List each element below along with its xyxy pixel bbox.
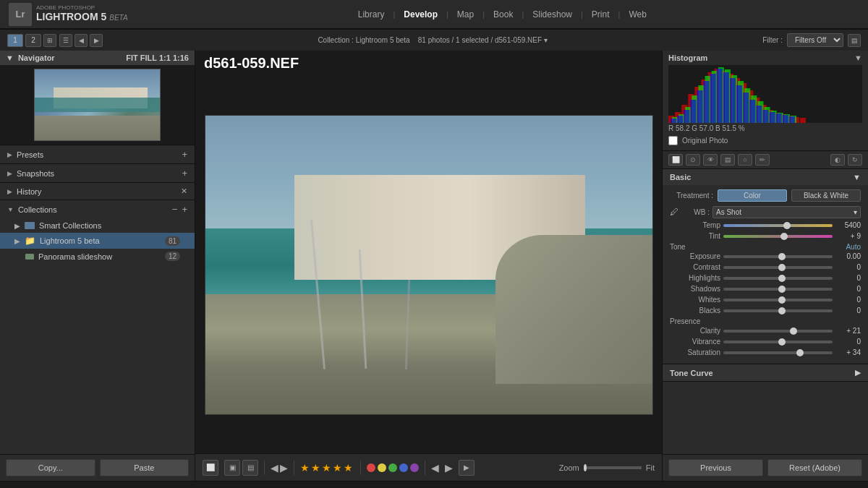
basic-header[interactable]: Basic ▼ <box>663 169 868 185</box>
histogram-tool[interactable]: ▤ <box>242 460 258 476</box>
contrast-slider[interactable] <box>723 266 833 269</box>
svg-rect-57 <box>783 115 788 123</box>
tone-header-label: Tone <box>670 243 686 251</box>
collections-row[interactable]: ▼ Collections − + <box>0 200 195 218</box>
auto-btn[interactable]: Auto <box>846 243 861 251</box>
page-2-btn[interactable]: 2 <box>25 34 41 47</box>
color-btn[interactable]: Color <box>718 189 787 202</box>
graduated-filter-tool[interactable]: ▤ <box>720 154 735 166</box>
crop-tool-right[interactable]: ⬜ <box>668 154 683 166</box>
redeye-tool[interactable]: 👁 <box>703 154 718 166</box>
temp-control <box>723 224 833 227</box>
star-rating[interactable]: ★★★★★ <box>300 462 354 474</box>
svg-rect-45 <box>704 81 710 123</box>
filter-settings-icon[interactable]: ▤ <box>848 34 861 47</box>
basic-section: Basic ▼ Treatment : Color Black & White … <box>663 169 868 364</box>
histogram-expand[interactable]: ▼ <box>854 53 862 62</box>
nav-library[interactable]: Library <box>352 9 391 20</box>
rgb-values: R 58.2 G 57.0 B 51.5 % <box>668 123 862 134</box>
list-view-icon[interactable]: ☰ <box>59 34 72 47</box>
presets-add-btn[interactable]: + <box>182 149 187 160</box>
right-panel: Histogram ▼ <box>662 51 868 481</box>
reset-button[interactable]: Reset (Adobe) <box>767 459 862 476</box>
view-icons: ⊞ ☰ <box>43 34 72 47</box>
basic-expand: ▼ <box>853 173 861 181</box>
navigator-header[interactable]: ▼ Navigator FIT FILL 1:1 1:16 <box>0 51 195 65</box>
vibrance-slider[interactable] <box>723 341 833 343</box>
svg-rect-20 <box>800 118 806 123</box>
clarity-row: Clarity + 21 <box>670 327 861 335</box>
page-controls: 1 2 ⊞ ☰ ◀ ▶ <box>7 34 103 47</box>
clarity-slider[interactable] <box>723 330 833 333</box>
fit-option-fit[interactable]: FIT <box>126 53 138 62</box>
collections-remove-btn[interactable]: − <box>172 204 178 215</box>
fit-option-116[interactable]: 1:16 <box>173 53 189 62</box>
svg-rect-58 <box>789 116 795 123</box>
paste-button[interactable]: Paste <box>100 459 190 476</box>
prev-nav[interactable]: ◀ <box>431 462 439 474</box>
radial-filter-tool[interactable]: ○ <box>738 154 752 166</box>
yellow-label[interactable] <box>378 463 386 472</box>
snapshots-add-btn[interactable]: + <box>182 168 187 179</box>
whites-slider[interactable] <box>723 299 833 301</box>
crop-tool[interactable]: ⬜ <box>203 460 218 476</box>
play-slideshow[interactable]: ▶ <box>459 460 475 476</box>
snapshots-row[interactable]: ▶ Snapshots + <box>0 164 195 182</box>
sync-settings[interactable]: ↻ <box>848 154 862 166</box>
copy-button[interactable]: Copy... <box>6 459 95 476</box>
fit-option-11[interactable]: 1:1 <box>159 53 171 62</box>
nav-develop[interactable]: Develop <box>398 9 443 20</box>
exposure-slider[interactable] <box>723 255 833 258</box>
filter-select[interactable]: Filters Off <box>787 33 843 47</box>
next-arrow[interactable]: ▶ <box>90 34 103 47</box>
bw-btn[interactable]: Black & White <box>791 189 861 202</box>
page-1-btn[interactable]: 1 <box>7 34 23 47</box>
nav-web[interactable]: Web <box>623 9 652 20</box>
right-bottom-buttons: Previous Reset (Adobe) <box>663 454 868 481</box>
channel-selector[interactable]: ▣ <box>224 460 240 476</box>
next-nav[interactable]: ▶ <box>445 462 453 474</box>
history-triangle: ▶ <box>7 188 12 195</box>
saturation-slider[interactable] <box>723 351 833 354</box>
nav-slideshow[interactable]: Slideshow <box>527 9 578 20</box>
shadows-slider[interactable] <box>723 288 833 291</box>
left-bottom-buttons: Copy... Paste <box>0 454 195 481</box>
blacks-slider[interactable] <box>723 309 833 312</box>
fit-option-fill[interactable]: FILL <box>140 53 157 62</box>
tint-slider[interactable] <box>723 235 833 238</box>
lr5-beta-item[interactable]: ▶ 📁 Lightroom 5 beta 81 <box>0 233 195 249</box>
green-label[interactable] <box>388 463 397 472</box>
presets-row[interactable]: ▶ Presets + <box>0 145 195 163</box>
prev-photo-arrow[interactable]: ◀ <box>271 462 278 474</box>
smart-collections-item[interactable]: ▶ Smart Collections <box>0 218 195 233</box>
blue-label[interactable] <box>399 463 408 472</box>
panorama-slideshow-item[interactable]: Panorama slideshow 12 <box>0 249 195 264</box>
wb-select[interactable]: As Shot ▾ <box>712 206 861 218</box>
rp-tools-row: ⬜ ⊙ 👁 ▤ ○ ✏ ◐ ↻ <box>663 151 868 169</box>
spot-removal-tool[interactable]: ⊙ <box>686 154 700 166</box>
shadows-label: Shadows <box>670 285 720 293</box>
zoom-slider[interactable] <box>584 466 642 469</box>
next-photo-arrow[interactable]: ▶ <box>280 462 288 474</box>
temp-row: Temp 5400 <box>670 221 861 229</box>
original-photo-checkbox[interactable] <box>668 136 678 145</box>
tone-curve-header[interactable]: Tone Curve ▶ <box>663 364 868 381</box>
previous-button[interactable]: Previous <box>668 459 763 476</box>
prev-arrow[interactable]: ◀ <box>75 34 88 47</box>
history-clear-btn[interactable]: ✕ <box>181 187 187 196</box>
nav-map[interactable]: Map <box>451 9 480 20</box>
blacks-value: 0 <box>835 307 861 314</box>
red-label[interactable] <box>367 463 375 472</box>
eyedropper-tool[interactable]: 🖊 <box>670 207 681 218</box>
grid-view-icon[interactable]: ⊞ <box>43 34 56 47</box>
collections-add-btn[interactable]: + <box>182 204 187 215</box>
nav-print[interactable]: Print <box>586 9 616 20</box>
nav-book[interactable]: Book <box>488 9 519 20</box>
purple-label[interactable] <box>410 463 419 472</box>
exposure-row: Exposure 0.00 <box>670 252 861 260</box>
temp-slider[interactable] <box>723 224 833 227</box>
before-after-toggle[interactable]: ◐ <box>830 154 845 166</box>
adjustment-brush-tool[interactable]: ✏ <box>755 154 770 166</box>
history-row[interactable]: ▶ History ✕ <box>0 183 195 200</box>
highlights-slider[interactable] <box>723 277 833 280</box>
